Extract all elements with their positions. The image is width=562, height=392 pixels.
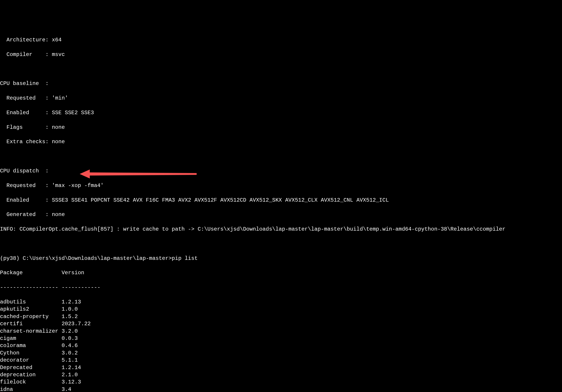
package-name: cigam — [0, 335, 58, 341]
package-name: deprecation — [0, 372, 58, 378]
package-name: idna — [0, 386, 58, 392]
dispatch-label: CPU dispatch : — [0, 168, 562, 175]
baseline-extra-line: Extra checks: none — [0, 138, 562, 146]
package-version: 3.12.3 — [58, 379, 81, 385]
package-version: 3.0.2 — [58, 350, 78, 356]
package-row: colorama 0.4.6 — [0, 342, 562, 349]
package-name: cached-property — [0, 314, 58, 320]
package-version: 3.4 — [58, 386, 71, 392]
package-version: 1.0.0 — [58, 306, 78, 312]
package-row: Deprecated 1.2.14 — [0, 364, 562, 371]
package-name: adbutils — [0, 299, 58, 305]
package-name: apkutils2 — [0, 306, 58, 312]
package-row: filelock 3.12.3 — [0, 379, 562, 386]
compiler-line: Compiler : msvc — [0, 51, 562, 58]
package-version: 2023.7.22 — [58, 321, 91, 327]
blank-line — [0, 153, 562, 160]
package-name: certifi — [0, 321, 58, 327]
header-version: Version — [58, 270, 84, 276]
package-version: 2.1.0 — [58, 372, 78, 378]
package-list: adbutils 1.2.13apkutils2 1.0.0cached-pro… — [0, 299, 562, 392]
package-row: cached-property 1.5.2 — [0, 313, 562, 320]
baseline-enabled-label: Enabled : — [0, 110, 49, 116]
package-name: charset-normalizer — [0, 328, 58, 334]
table-header: Package Version — [0, 269, 562, 277]
dispatch-req-value: 'max -xop -fma4' — [49, 182, 104, 189]
baseline-flags-value: none — [49, 124, 65, 130]
package-row: apkutils2 1.0.0 — [0, 306, 562, 313]
package-name: filelock — [0, 379, 58, 385]
dispatch-gen-value: none — [49, 212, 65, 218]
table-divider: ------------------ ------------ — [0, 284, 562, 291]
dispatch-gen-line: Generated : none — [0, 211, 562, 218]
dispatch-req-line: Requested : 'max -xop -fma4' — [0, 182, 562, 189]
baseline-extra-value: none — [49, 139, 65, 145]
baseline-flags-line: Flags : none — [0, 124, 562, 131]
dispatch-enabled-value: SSSE3 SSE41 POPCNT SSE42 AVX F16C FMA3 A… — [49, 197, 389, 203]
blank-line — [0, 240, 562, 247]
terminal-output[interactable]: Architecture: x64 Compiler : msvc CPU ba… — [0, 29, 562, 392]
dispatch-enabled-line: Enabled : SSSE3 SSE41 POPCNT SSE42 AVX F… — [0, 197, 562, 204]
baseline-req-line: Requested : 'min' — [0, 95, 562, 102]
arch-value: x64 — [49, 37, 62, 43]
header-package: Package — [0, 270, 58, 276]
package-name: colorama — [0, 343, 58, 349]
package-row: idna 3.4 — [0, 386, 562, 392]
package-row: deprecation 2.1.0 — [0, 371, 562, 379]
prompt-line: (py38) C:\Users\xjsd\Downloads\lap-maste… — [0, 255, 562, 262]
package-name: Cython — [0, 350, 58, 356]
baseline-extra-label: Extra checks: — [0, 139, 49, 145]
package-version: 0.0.3 — [58, 335, 78, 341]
compiler-label: Compiler : — [0, 51, 49, 57]
package-version: 1.5.2 — [58, 314, 78, 320]
blank-line — [0, 66, 562, 73]
baseline-enabled-line: Enabled : SSE SSE2 SSE3 — [0, 109, 562, 116]
package-row: certifi 2023.7.22 — [0, 320, 562, 327]
package-version: 0.4.6 — [58, 343, 78, 349]
package-version: 1.2.13 — [58, 299, 81, 305]
arch-line: Architecture: x64 — [0, 36, 562, 44]
package-name: decorator — [0, 357, 58, 363]
info-line: INFO: CCompilerOpt.cache_flush[857] : wr… — [0, 226, 562, 233]
package-name: Deprecated — [0, 365, 58, 371]
package-version: 1.2.14 — [58, 365, 81, 371]
package-version: 5.1.1 — [58, 357, 78, 363]
dispatch-req-label: Requested : — [0, 182, 49, 189]
compiler-value: msvc — [49, 51, 65, 57]
package-row: charset-normalizer 3.2.0 — [0, 328, 562, 335]
package-row: Cython 3.0.2 — [0, 349, 562, 357]
package-row: decorator 5.1.1 — [0, 357, 562, 364]
baseline-label: CPU baseline : — [0, 80, 562, 87]
package-row: adbutils 1.2.13 — [0, 299, 562, 306]
baseline-enabled-value: SSE SSE2 SSE3 — [49, 110, 94, 116]
arch-label: Architecture: — [0, 37, 49, 43]
baseline-req-value: 'min' — [49, 95, 68, 101]
baseline-req-label: Requested : — [0, 95, 49, 101]
package-version: 3.2.0 — [58, 328, 78, 334]
dispatch-enabled-label: Enabled : — [0, 197, 49, 203]
baseline-flags-label: Flags : — [0, 124, 49, 130]
package-row: cigam 0.0.3 — [0, 335, 562, 342]
dispatch-gen-label: Generated : — [0, 212, 49, 218]
